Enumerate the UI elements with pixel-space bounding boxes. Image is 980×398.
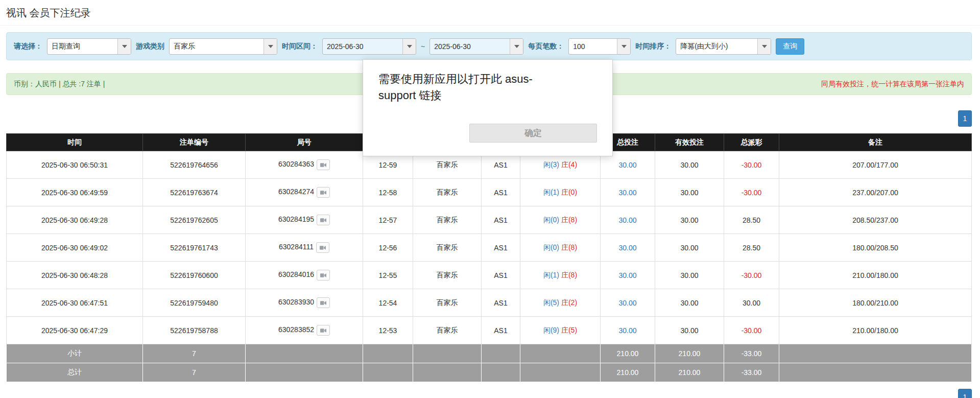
video-icon-button[interactable] [317, 270, 330, 280]
remark-balance: 207.00/177.00 [852, 161, 898, 169]
bet-time: 2025-06-30 06:49:02 [41, 244, 108, 252]
dialog-confirm-button[interactable]: 确定 [469, 124, 597, 143]
bet-time: 2025-06-30 06:49:59 [41, 189, 108, 197]
video-icon-button[interactable] [316, 242, 329, 253]
bet-id: 522619761743 [170, 244, 218, 252]
cell-shoe-round: 12-58 [363, 179, 413, 206]
bet-id: 522619758788 [170, 326, 218, 335]
total-bet-link[interactable]: 30.00 [618, 271, 636, 279]
game-type: 百家乐 [437, 160, 458, 169]
game-type-dropdown-button[interactable] [264, 39, 277, 54]
game-type: 百家乐 [437, 298, 458, 307]
cell-payout: -30.00 [724, 151, 779, 179]
total-bet-link[interactable]: 30.00 [618, 326, 636, 335]
time-range-label: 时间区间： [282, 42, 318, 51]
search-button[interactable]: 查询 [776, 38, 804, 55]
sort-order-input[interactable] [676, 39, 757, 54]
total-bet-link[interactable]: 30.00 [618, 299, 636, 307]
table-row: 2025-06-30 06:47:51 522619759480 6302839… [7, 289, 972, 317]
cell-result: 闲(0) 庄(8) [520, 234, 601, 262]
cell-total-bet: 30.00 [601, 206, 655, 234]
table-row: 2025-06-30 06:47:29 522619758788 6302838… [7, 317, 972, 344]
player-result: 闲(5) [543, 298, 559, 307]
bet-id: 522619764656 [170, 161, 218, 169]
shoe-round: 12-58 [379, 189, 397, 197]
cell-round-no: 630284195 [246, 206, 363, 234]
filter-bar: 请选择： 游戏类别 时间区间： ~ 每页笔数： 时间排序： [6, 32, 972, 60]
table-code: AS1 [494, 299, 507, 307]
page-size-label: 每页笔数： [528, 42, 564, 51]
cell-bet-id: 522619758788 [143, 317, 246, 344]
cell-time: 2025-06-30 06:47:29 [7, 317, 143, 344]
cell-bet-id: 522619763674 [143, 179, 246, 206]
banker-result: 庄(0) [561, 188, 577, 196]
game-type-input[interactable] [170, 39, 264, 54]
date-from-dropdown-button[interactable] [402, 39, 416, 54]
bet-time: 2025-06-30 06:47:29 [41, 326, 108, 335]
bet-id: 522619763674 [170, 189, 218, 197]
cell-payout: -30.00 [724, 179, 779, 206]
empty-cell [363, 344, 413, 363]
bet-time: 2025-06-30 06:47:51 [41, 299, 108, 307]
shoe-round: 12-57 [379, 216, 397, 224]
pagination-top-page-1-button[interactable]: 1 [958, 110, 972, 127]
video-icon-button[interactable] [317, 297, 330, 308]
video-icon-button[interactable] [317, 159, 330, 170]
cell-round-no: 630284363 [246, 151, 363, 179]
cell-total-bet: 30.00 [601, 234, 655, 262]
cell-shoe-round: 12-53 [363, 317, 413, 344]
total-bet-link[interactable]: 30.00 [618, 216, 636, 224]
round-number: 630283930 [278, 298, 314, 306]
date-from-input[interactable] [323, 39, 402, 54]
total-bet-link[interactable]: 30.00 [618, 161, 636, 169]
select-type-input[interactable] [47, 39, 117, 54]
empty-cell [246, 344, 363, 363]
game-type: 百家乐 [437, 271, 458, 279]
date-to-dropdown-button[interactable] [510, 39, 523, 54]
round-number: 630284016 [278, 270, 314, 278]
sort-order-dropdown-button[interactable] [757, 39, 771, 54]
page-size-input[interactable] [569, 39, 617, 54]
empty-cell [779, 344, 972, 363]
date-to-combobox [429, 38, 523, 55]
payout-amount: -30.00 [742, 161, 762, 169]
currency-summary-text: 币别：人民币 | 总共 :7 注单 | [14, 80, 105, 89]
cell-remark: 208.50/237.00 [779, 206, 972, 234]
pagination-bottom-page-1-button[interactable]: 1 [958, 389, 972, 398]
remark-balance: 237.00/207.00 [852, 189, 898, 197]
total-bet-link[interactable]: 30.00 [618, 244, 636, 252]
cell-remark: 207.00/177.00 [779, 151, 972, 179]
range-separator: ~ [421, 42, 425, 51]
cell-shoe-round: 12-54 [363, 289, 413, 317]
video-icon-button[interactable] [317, 325, 330, 336]
table-code: AS1 [494, 161, 507, 169]
open-app-dialog: 需要使用新应用以打开此 asus-support 链接 确定 [363, 59, 613, 156]
total-row: 总计 7 210.00 210.00 -33.00 [7, 363, 972, 382]
header-payout: 总派彩 [724, 134, 779, 151]
video-icon [320, 327, 326, 334]
payout-amount: -30.00 [742, 189, 762, 197]
subtotal-total-bet: 210.00 [601, 344, 655, 363]
video-icon-button[interactable] [317, 187, 330, 198]
total-bet-link[interactable]: 30.00 [618, 189, 636, 197]
date-from-combobox [322, 38, 416, 55]
video-icon-button[interactable] [317, 215, 330, 225]
page-size-dropdown-button[interactable] [617, 39, 630, 54]
empty-cell [363, 363, 413, 382]
chevron-down-icon [514, 45, 519, 48]
cell-round-no: 630283852 [246, 317, 363, 344]
remark-balance: 210.00/180.00 [852, 326, 898, 335]
page-header: 视讯 会员下注纪录 [0, 0, 980, 26]
betting-records-table: 时间 注单编号 局号 总投注 有效投注 总派彩 备注 2025-06-30 06… [6, 133, 972, 382]
select-type-dropdown-button[interactable] [117, 39, 131, 54]
payout-amount: 28.50 [743, 216, 760, 224]
cell-game: 百家乐 [413, 317, 482, 344]
remark-balance: 180.00/208.50 [852, 244, 898, 252]
date-to-input[interactable] [430, 39, 510, 54]
cell-time: 2025-06-30 06:49:02 [7, 234, 143, 262]
bet-id: 522619759480 [170, 299, 218, 307]
player-result: 闲(0) [543, 216, 559, 224]
cell-round-no: 630284274 [246, 179, 363, 206]
total-count: 7 [143, 363, 246, 382]
player-result: 闲(0) [543, 243, 559, 251]
